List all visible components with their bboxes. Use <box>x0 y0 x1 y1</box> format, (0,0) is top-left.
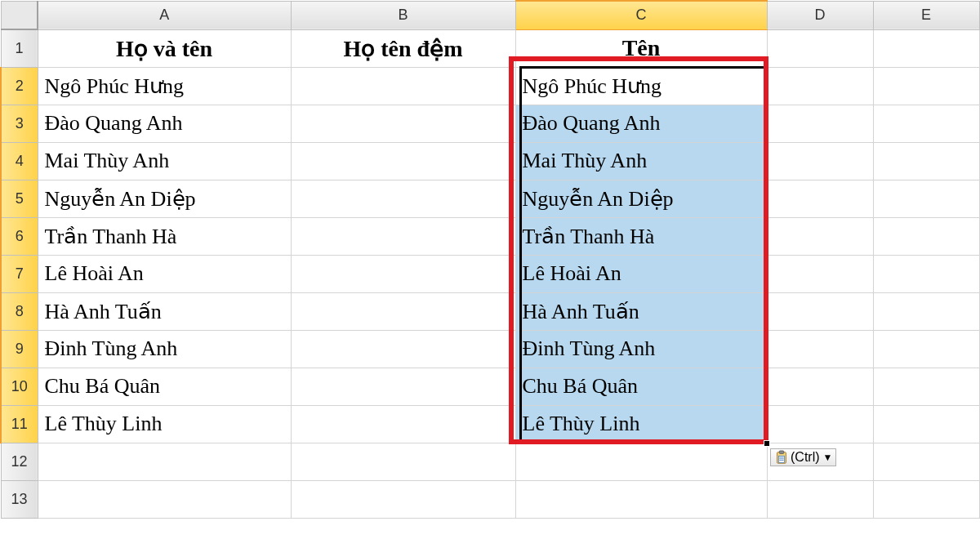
cell-B5[interactable] <box>291 180 515 217</box>
col-header-B[interactable]: B <box>291 1 515 29</box>
cell-E4[interactable] <box>873 142 979 180</box>
clipboard-icon <box>774 450 789 465</box>
row-header-8[interactable]: 8 <box>1 292 38 330</box>
cell-E7[interactable] <box>873 255 979 292</box>
cell-D2[interactable] <box>767 67 873 105</box>
cell-E11[interactable] <box>873 405 979 443</box>
cell-A8[interactable]: Hà Anh Tuấn <box>38 292 291 330</box>
cell-C1[interactable]: Tên <box>515 29 767 67</box>
cell-B12[interactable] <box>291 443 515 480</box>
svg-rect-1 <box>779 451 783 454</box>
row-header-10[interactable]: 10 <box>1 368 38 405</box>
cell-B6[interactable] <box>291 217 515 255</box>
cell-A12[interactable] <box>38 443 291 480</box>
select-all-corner[interactable] <box>1 1 38 29</box>
cell-B1[interactable]: Họ tên đệm <box>291 29 515 67</box>
cell-E6[interactable] <box>873 217 979 255</box>
cell-C13[interactable] <box>515 480 767 518</box>
cell-C6[interactable]: Trần Thanh Hà <box>515 217 767 255</box>
cell-A11[interactable]: Lê Thùy Linh <box>38 405 291 443</box>
cell-D5[interactable] <box>767 180 873 217</box>
cell-B4[interactable] <box>291 142 515 180</box>
row-header-2[interactable]: 2 <box>1 67 38 105</box>
cell-B2[interactable] <box>291 67 515 105</box>
row-header-4[interactable]: 4 <box>1 142 38 180</box>
cell-B10[interactable] <box>291 368 515 405</box>
cell-C11[interactable]: Lê Thùy Linh <box>515 405 767 443</box>
cell-B9[interactable] <box>291 330 515 368</box>
cell-D6[interactable] <box>767 217 873 255</box>
svg-rect-2 <box>778 456 784 462</box>
cell-C4[interactable]: Mai Thùy Anh <box>515 142 767 180</box>
cell-B13[interactable] <box>291 480 515 518</box>
col-header-D[interactable]: D <box>767 1 873 29</box>
cell-C10[interactable]: Chu Bá Quân <box>515 368 767 405</box>
cell-A1[interactable]: Họ và tên <box>38 29 291 67</box>
cell-C3[interactable]: Đào Quang Anh <box>515 105 767 142</box>
cell-C8[interactable]: Hà Anh Tuấn <box>515 292 767 330</box>
row-header-3[interactable]: 3 <box>1 105 38 142</box>
fill-handle[interactable] <box>764 440 770 447</box>
cell-A4[interactable]: Mai Thùy Anh <box>38 142 291 180</box>
cell-E13[interactable] <box>873 480 979 518</box>
row-header-6[interactable]: 6 <box>1 217 38 255</box>
row-header-12[interactable]: 12 <box>1 443 38 480</box>
cell-D9[interactable] <box>767 330 873 368</box>
cell-D8[interactable] <box>767 292 873 330</box>
spreadsheet: A B C D E 1 Họ và tên Họ tên đệm Tên 2 N… <box>0 0 980 519</box>
col-header-A[interactable]: A <box>38 1 291 29</box>
cell-A7[interactable]: Lê Hoài An <box>38 255 291 292</box>
cell-E2[interactable] <box>873 67 979 105</box>
cell-B8[interactable] <box>291 292 515 330</box>
cell-C7[interactable]: Lê Hoài An <box>515 255 767 292</box>
cell-A3[interactable]: Đào Quang Anh <box>38 105 291 142</box>
cell-A13[interactable] <box>38 480 291 518</box>
cell-D11[interactable] <box>767 405 873 443</box>
cell-D7[interactable] <box>767 255 873 292</box>
cell-E9[interactable] <box>873 330 979 368</box>
cell-E1[interactable] <box>873 29 979 67</box>
row-header-11[interactable]: 11 <box>1 405 38 443</box>
cell-E10[interactable] <box>873 368 979 405</box>
cell-D4[interactable] <box>767 142 873 180</box>
chevron-down-icon: ▼ <box>823 452 833 463</box>
cell-A10[interactable]: Chu Bá Quân <box>38 368 291 405</box>
row-header-9[interactable]: 9 <box>1 330 38 368</box>
cell-C9[interactable]: Đinh Tùng Anh <box>515 330 767 368</box>
grid-table: A B C D E 1 Họ và tên Họ tên đệm Tên 2 N… <box>0 0 980 519</box>
row-header-1[interactable]: 1 <box>1 29 38 67</box>
row-header-7[interactable]: 7 <box>1 255 38 292</box>
cell-C12[interactable] <box>515 443 767 480</box>
row-header-13[interactable]: 13 <box>1 480 38 518</box>
cell-D1[interactable] <box>767 29 873 67</box>
cell-E8[interactable] <box>873 292 979 330</box>
cell-D3[interactable] <box>767 105 873 142</box>
col-header-E[interactable]: E <box>873 1 979 29</box>
paste-options-smarttag[interactable]: (Ctrl) ▼ <box>770 448 836 466</box>
cell-E12[interactable] <box>873 443 979 480</box>
cell-B7[interactable] <box>291 255 515 292</box>
cell-D13[interactable] <box>767 480 873 518</box>
cell-C5[interactable]: Nguyễn An Diệp <box>515 180 767 217</box>
smarttag-label: (Ctrl) <box>791 450 820 465</box>
cell-A5[interactable]: Nguyễn An Diệp <box>38 180 291 217</box>
cell-B11[interactable] <box>291 405 515 443</box>
cell-C2[interactable]: Ngô Phúc Hưng <box>515 67 767 105</box>
cell-A2[interactable]: Ngô Phúc Hưng <box>38 67 291 105</box>
cell-A9[interactable]: Đinh Tùng Anh <box>38 330 291 368</box>
col-header-C[interactable]: C <box>515 1 767 29</box>
cell-D10[interactable] <box>767 368 873 405</box>
cell-E5[interactable] <box>873 180 979 217</box>
cell-B3[interactable] <box>291 105 515 142</box>
row-header-5[interactable]: 5 <box>1 180 38 217</box>
cell-A6[interactable]: Trần Thanh Hà <box>38 217 291 255</box>
cell-E3[interactable] <box>873 105 979 142</box>
